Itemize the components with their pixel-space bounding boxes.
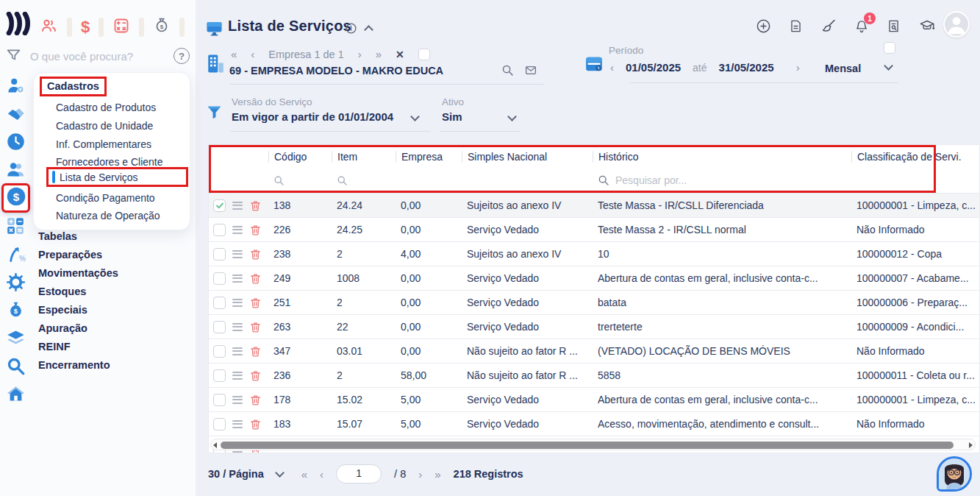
trash-icon[interactable] <box>249 272 262 285</box>
row-checkbox[interactable] <box>213 272 226 285</box>
table-row[interactable]: 238 2 4,00 Sujeitos ao anexo IV 10 10000… <box>209 241 979 266</box>
next-page-icon[interactable]: › <box>418 468 422 481</box>
table-row[interactable]: 178 15.02 5,00 Serviço Vedado Abertura d… <box>209 387 979 411</box>
brand-logo-icon[interactable] <box>6 12 31 38</box>
column-empresa[interactable]: Empresa <box>396 151 462 163</box>
last-company-icon[interactable]: » <box>376 48 382 60</box>
table-row[interactable]: 183 15.07 5,00 Serviço Vedado Acesso, mo… <box>209 411 979 436</box>
info-icon[interactable] <box>346 23 357 37</box>
filter-funnel-icon[interactable] <box>6 47 21 65</box>
dollar-coin-icon[interactable]: $ <box>6 186 26 210</box>
company-search-icon[interactable] <box>501 64 514 79</box>
row-menu-icon[interactable] <box>232 250 243 258</box>
codigo-search[interactable] <box>268 175 332 186</box>
row-checkbox[interactable] <box>213 321 226 333</box>
table-row[interactable]: 236 2 58,00 Não sujeito ao fator R ... 5… <box>209 363 979 387</box>
search-blue-icon[interactable] <box>6 356 26 376</box>
row-menu-icon[interactable] <box>232 372 243 380</box>
sidebar-item-estoques[interactable]: Estoques <box>38 286 86 297</box>
trash-icon[interactable] <box>249 345 262 358</box>
menu-item-natureza-operacao[interactable]: Natureza de Operação <box>56 210 160 222</box>
table-row[interactable]: 226 24.25 0,00 Serviço Vedado Teste Mass… <box>209 217 979 241</box>
row-menu-icon[interactable] <box>232 396 243 404</box>
sidebar-item-tabelas[interactable]: Tabelas <box>38 230 77 242</box>
add-icon[interactable] <box>756 18 771 37</box>
first-company-icon[interactable]: « <box>231 48 237 60</box>
period-start-date[interactable]: 01/05/2025 <box>626 61 681 74</box>
trash-icon[interactable] <box>249 418 262 431</box>
envelope-icon[interactable] <box>524 64 537 79</box>
period-end-date[interactable]: 31/05/2025 <box>719 61 774 74</box>
file-search-icon[interactable] <box>887 18 901 37</box>
trash-icon[interactable] <box>249 199 262 212</box>
page-size-chevron-icon[interactable] <box>275 468 285 478</box>
row-checkbox[interactable] <box>213 345 226 358</box>
row-menu-icon[interactable] <box>232 420 243 428</box>
table-row[interactable]: 347 03.01 0,00 Não sujeito ao fator R ..… <box>209 339 979 363</box>
active-filter-select[interactable]: Sim <box>442 110 462 123</box>
current-page-input[interactable]: 1 <box>336 464 382 483</box>
home-icon[interactable] <box>6 384 26 404</box>
notifications-bell-icon[interactable]: 1 <box>854 18 869 37</box>
trash-icon[interactable] <box>249 394 262 406</box>
trash-icon[interactable] <box>249 248 262 261</box>
menu-header-cadastros[interactable]: Cadastros <box>40 77 107 96</box>
prev-company-icon[interactable]: ‹ <box>251 48 254 60</box>
user-avatar[interactable] <box>943 11 970 38</box>
menu-item-cadastro-unidade[interactable]: Cadastro de Unidade <box>56 120 153 132</box>
next-period-icon[interactable]: › <box>796 61 800 74</box>
company-name[interactable]: 69 - EMPRESA MODELO - MAKRO EDUCA <box>229 65 443 77</box>
version-filter-select[interactable]: Em vigor a partir de 01/01/2004 <box>232 110 393 123</box>
search-input[interactable]: O que você procura? <box>30 50 174 63</box>
page-size-select[interactable]: 30 / Página <box>208 468 264 480</box>
table-row[interactable]: 249 1008 0,00 Serviço Vedado Abertura de… <box>209 266 979 290</box>
sidebar-item-especiais[interactable]: Especiais <box>38 304 87 316</box>
column-historico[interactable]: Histórico <box>593 151 851 163</box>
column-item[interactable]: Item <box>332 151 396 163</box>
calculator-grid-icon[interactable] <box>6 216 26 236</box>
scroll-right-icon[interactable] <box>969 442 973 448</box>
collapse-chevron-up-icon[interactable] <box>364 25 373 35</box>
next-company-icon[interactable]: › <box>358 48 362 60</box>
row-menu-icon[interactable] <box>232 323 243 331</box>
money-bag-icon[interactable]: $ <box>153 16 171 38</box>
assistant-avatar[interactable] <box>937 456 972 492</box>
period-checkbox[interactable] <box>884 42 895 54</box>
menu-item-lista-servicos[interactable]: Lista de Serviços <box>60 171 138 183</box>
row-checkbox[interactable] <box>213 394 226 406</box>
trash-icon[interactable] <box>249 321 262 333</box>
sidebar-item-reinf[interactable]: REINF <box>38 341 71 352</box>
calculator-icon[interactable] <box>112 17 130 38</box>
period-mode-select[interactable]: Mensal <box>825 63 861 74</box>
row-menu-icon[interactable] <box>232 226 243 234</box>
table-row[interactable]: 263 22 0,00 Serviço Vedado trerteterte 1… <box>209 314 979 339</box>
user-settings-icon[interactable] <box>6 76 26 96</box>
growth-icon[interactable]: % <box>6 244 26 264</box>
period-chevron-down-icon[interactable] <box>884 61 893 71</box>
scroll-left-icon[interactable] <box>213 442 217 448</box>
graduation-cap-icon[interactable] <box>918 18 936 37</box>
sidebar-item-apuracao[interactable]: Apuração <box>38 322 87 334</box>
broom-icon[interactable] <box>820 18 837 37</box>
row-checkbox[interactable] <box>213 418 226 431</box>
column-codigo[interactable]: Código <box>268 151 332 163</box>
row-checkbox-checked[interactable] <box>213 199 226 212</box>
column-simples[interactable]: Simples Nacional <box>462 151 593 163</box>
menu-item-cadastro-produtos[interactable]: Cadastro de Produtos <box>56 102 156 113</box>
historico-search-input[interactable]: Pesquisar por... <box>593 174 851 186</box>
trash-icon[interactable] <box>249 224 262 236</box>
last-page-icon[interactable]: » <box>434 468 440 481</box>
item-search[interactable] <box>332 175 396 186</box>
row-checkbox[interactable] <box>213 297 226 309</box>
column-classificacao[interactable]: Classificação de Servi. <box>851 151 979 163</box>
horizontal-scrollbar[interactable] <box>210 439 976 450</box>
trash-icon[interactable] <box>249 297 262 309</box>
menu-item-condicao-pagamento[interactable]: Condição Pagamento <box>56 192 155 204</box>
row-menu-icon[interactable] <box>232 299 243 307</box>
table-row[interactable]: 138 24.24 0,00 Sujeitos ao anexo IV Test… <box>209 193 979 217</box>
prev-page-icon[interactable]: ‹ <box>320 468 323 481</box>
money-bag-blue-icon[interactable]: $ <box>6 300 26 320</box>
users-icon[interactable] <box>6 160 26 180</box>
version-chevron-down-icon[interactable] <box>410 112 420 121</box>
sidebar-item-movimentacoes[interactable]: Movimentações <box>38 267 118 279</box>
